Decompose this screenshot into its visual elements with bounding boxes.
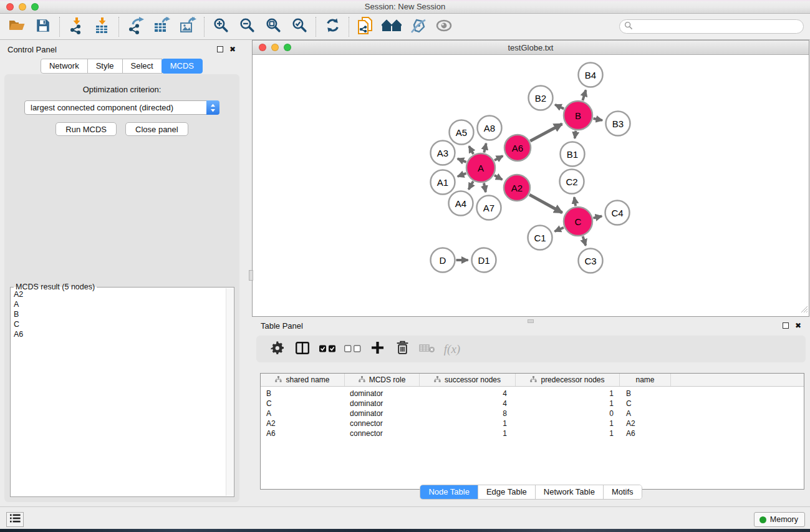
graph-node-C1[interactable]: C1 — [528, 226, 552, 250]
float-table-panel-icon[interactable] — [783, 322, 789, 329]
zoom-fit-button[interactable] — [263, 16, 284, 37]
tab-style[interactable]: Style — [87, 59, 123, 74]
tab-network-table[interactable]: Network Table — [535, 485, 603, 499]
table-cell[interactable]: 1 — [516, 419, 620, 428]
mcds-result-item[interactable]: A — [14, 300, 225, 310]
network-window-titlebar[interactable]: testGlobe.txt — [253, 41, 809, 55]
import-network-button[interactable] — [65, 16, 87, 37]
refresh-layout-button[interactable] — [322, 16, 343, 37]
graph-node-B1[interactable]: B1 — [561, 142, 585, 167]
graph-edge-B-B2[interactable] — [555, 105, 564, 109]
tab-motifs[interactable]: Motifs — [603, 485, 642, 499]
graph-node-A3[interactable]: A3 — [431, 141, 455, 165]
graph-node-B2[interactable]: B2 — [529, 86, 553, 110]
show-graphics-details-button[interactable] — [433, 16, 455, 37]
memory-button[interactable]: Memory — [754, 512, 805, 527]
graph-edge-A2-C[interactable] — [529, 195, 562, 213]
table-cell[interactable]: A — [620, 409, 671, 418]
export-image-button[interactable] — [177, 16, 198, 37]
table-cell[interactable]: 1 — [420, 429, 516, 438]
export-table-button[interactable] — [151, 16, 172, 37]
graph-edge-A-A4[interactable] — [469, 181, 473, 190]
delete-columns-button[interactable] — [393, 341, 411, 358]
graph-edge-B-B3[interactable] — [594, 118, 603, 120]
table-cell[interactable]: A — [261, 409, 345, 418]
export-network-button[interactable] — [125, 16, 146, 37]
tab-edge-table[interactable]: Edge Table — [478, 485, 535, 499]
graph-edge-A-A8[interactable] — [484, 143, 486, 153]
close-panel-button[interactable]: Close panel — [125, 122, 188, 136]
table-cell[interactable]: dominator — [345, 409, 420, 418]
table-row[interactable]: A2connector11A2 — [261, 418, 804, 428]
hide-annotations-button[interactable] — [407, 16, 428, 37]
global-search-box[interactable] — [619, 19, 804, 34]
dropdown-stepper-icon[interactable] — [206, 100, 219, 115]
graph-node-A2[interactable]: A2 — [504, 175, 530, 201]
column-header-successor-nodes[interactable]: successor nodes — [420, 374, 516, 386]
column-header-shared-name[interactable]: shared name — [261, 374, 345, 386]
graph-node-A5[interactable]: A5 — [450, 120, 474, 145]
open-session-button[interactable] — [6, 16, 27, 37]
toggle-column-view-button[interactable] — [294, 341, 311, 358]
optimization-criterion-select[interactable]: largest connected component (directed) — [24, 100, 219, 115]
table-row[interactable]: Adominator80A — [261, 409, 804, 418]
table-cell[interactable]: connector — [345, 429, 420, 438]
graph-edge-B-B4[interactable] — [582, 90, 586, 100]
tab-select[interactable]: Select — [122, 59, 162, 74]
graph-node-A7[interactable]: A7 — [477, 196, 501, 220]
graph-node-B[interactable]: B — [564, 101, 592, 130]
select-all-rows-button[interactable] — [319, 341, 336, 358]
import-table-button[interactable] — [92, 16, 113, 37]
graph-edge-A-A7[interactable] — [484, 183, 486, 193]
table-cell[interactable]: 1 — [516, 399, 620, 408]
table-cell[interactable]: 1 — [516, 389, 620, 398]
mcds-result-item[interactable]: A2 — [14, 290, 225, 300]
graph-node-D[interactable]: D — [431, 248, 455, 273]
graph-node-A6[interactable]: A6 — [504, 135, 531, 161]
graph-edge-A-A3[interactable] — [458, 158, 466, 162]
graph-edge-A6-B[interactable] — [530, 124, 562, 141]
float-panel-icon[interactable] — [217, 46, 223, 52]
close-panel-icon[interactable]: ✖ — [229, 46, 236, 52]
table-row[interactable]: Bdominator41B — [261, 389, 804, 399]
graph-edge-A-A6[interactable] — [494, 156, 503, 160]
clone-network-button[interactable] — [355, 16, 376, 37]
table-cell[interactable]: B — [620, 389, 671, 398]
zoom-in-button[interactable] — [210, 16, 231, 37]
table-row[interactable]: Cdominator41C — [261, 399, 804, 409]
table-cell[interactable]: A2 — [620, 419, 671, 428]
table-cell[interactable]: dominator — [345, 389, 420, 398]
search-input[interactable] — [635, 21, 803, 32]
table-settings-button[interactable] — [269, 341, 286, 358]
graph-node-A4[interactable]: A4 — [449, 191, 473, 216]
table-cell[interactable]: 4 — [420, 389, 516, 398]
graph-node-C4[interactable]: C4 — [605, 201, 630, 225]
zoom-selected-button[interactable] — [289, 16, 310, 37]
result-scrollbar[interactable] — [226, 288, 233, 496]
table-cell[interactable]: 0 — [516, 409, 620, 418]
deselect-all-rows-button[interactable] — [344, 341, 361, 358]
graph-edge-C-C3[interactable] — [583, 236, 586, 246]
table-cell[interactable]: dominator — [345, 399, 420, 408]
window-resize-grip[interactable] — [801, 304, 808, 316]
graph-node-B4[interactable]: B4 — [579, 63, 603, 87]
table-cell[interactable]: A6 — [620, 429, 671, 438]
graph-node-A1[interactable]: A1 — [431, 170, 455, 195]
graph-node-C[interactable]: C — [564, 207, 592, 236]
table-cell[interactable]: 1 — [516, 429, 620, 438]
graph-edge-C-C4[interactable] — [593, 216, 602, 218]
panel-collapse-grip[interactable] — [249, 270, 253, 281]
save-session-button[interactable] — [32, 16, 54, 37]
column-header-predecessor-nodes[interactable]: predecessor nodes — [516, 374, 620, 386]
mcds-result-item[interactable]: B — [14, 310, 225, 320]
table-cell[interactable]: 8 — [420, 409, 516, 418]
graph-edge-B-B1[interactable] — [575, 131, 576, 138]
table-cell[interactable]: connector — [345, 419, 420, 428]
tab-mcds[interactable]: MCDS — [162, 59, 203, 74]
show-task-history-button[interactable] — [6, 512, 24, 527]
table-cell[interactable]: A2 — [261, 419, 345, 428]
table-cell[interactable]: 4 — [420, 399, 516, 408]
graph-edge-A-A2[interactable] — [494, 175, 503, 180]
home-browser-button[interactable] — [381, 16, 402, 37]
graph-edge-A-A1[interactable] — [458, 173, 466, 177]
